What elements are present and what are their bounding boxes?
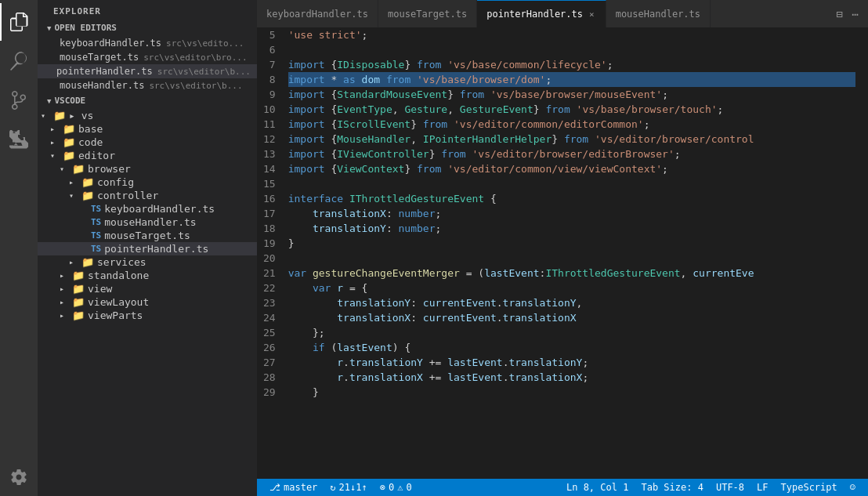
code-token: dom — [362, 74, 380, 85]
tree-folder-item[interactable]: ▸📁standalone — [38, 269, 257, 282]
ts-file-icon: TS — [91, 230, 101, 241]
code-token: , — [577, 297, 583, 309]
smiley-status[interactable]: ☺ — [844, 479, 862, 496]
position-status[interactable]: Ln 8, Col 1 — [560, 479, 635, 496]
tree-folder-item[interactable]: ▸📁viewLayout — [38, 295, 257, 309]
source-control-icon[interactable] — [0, 81, 38, 119]
vscode-label: VSCODE — [54, 96, 85, 106]
line-number: 15 — [263, 176, 276, 191]
encoding-text: UTF-8 — [716, 482, 744, 493]
code-token: += — [423, 371, 447, 383]
tree-folder-item[interactable]: ▸📁view — [38, 282, 257, 295]
tree-item-label: config — [97, 176, 134, 188]
code-token: translationY — [349, 357, 423, 368]
tab-bar: keyboardHandler.tsmouseTarget.tspointerH… — [257, 0, 868, 27]
code-container[interactable]: 5678910111213141516171819202122232425262… — [257, 27, 868, 479]
sync-status[interactable]: ↻ 21↓1↑ — [324, 479, 373, 496]
code-token: from — [564, 133, 588, 145]
code-token — [441, 59, 447, 71]
code-token: . — [497, 297, 503, 309]
tree-folder-item[interactable]: ▸📁code — [38, 136, 257, 149]
open-editor-item[interactable]: pointerHandler.tssrc\vs\editor\b... — [38, 64, 257, 78]
tree-item-label: controller — [97, 190, 158, 201]
tree-file-item[interactable]: TSpointerHandler.ts — [38, 242, 257, 255]
tree-item-label: browser — [88, 163, 131, 175]
open-editor-item[interactable]: keyboardHandler.tssrc\vs\edito... — [38, 36, 257, 50]
line-number: 21 — [263, 266, 276, 281]
tree-folder-item[interactable]: ▾📁editor — [38, 149, 257, 162]
tree-file-item[interactable]: TSmouseTarget.ts — [38, 229, 257, 242]
tab-keyboardHandler[interactable]: keyboardHandler.ts — [257, 0, 378, 27]
extensions-icon[interactable] — [0, 121, 38, 158]
code-line: import {ViewContext} from 'vs/editor/com… — [288, 161, 855, 176]
tab-mouseTarget[interactable]: mouseTarget.ts — [378, 0, 477, 27]
code-token: translationY — [503, 297, 577, 309]
tree-folder-item[interactable]: ▸📁base — [38, 122, 257, 136]
tree-folder-item[interactable]: ▸📁viewParts — [38, 309, 257, 322]
tree-item-label: base — [78, 123, 103, 135]
folder-icon: 📁 — [72, 283, 85, 295]
language-status[interactable]: TypeScript — [775, 479, 844, 496]
vscode-section[interactable]: ▼ VSCODE — [38, 92, 257, 109]
tab-pointerHandler[interactable]: pointerHandler.ts× — [477, 0, 606, 27]
code-token: from — [417, 163, 441, 175]
tab-label-keyboardHandler: keyboardHandler.ts — [266, 9, 368, 20]
tree-folder-item[interactable]: ▾📁browser — [38, 162, 257, 176]
code-token: r — [337, 282, 343, 294]
code-token — [288, 297, 338, 309]
tree-folder-item[interactable]: ▾📁▸ vs — [38, 109, 257, 122]
encoding-status[interactable]: UTF-8 — [710, 479, 750, 496]
search-icon[interactable] — [0, 42, 38, 80]
more-actions-icon[interactable]: ⋯ — [849, 6, 862, 22]
open-editors-arrow: ▼ — [47, 24, 51, 32]
open-editor-item[interactable]: mouseHandler.tssrc\vs\editor\b... — [38, 78, 257, 92]
split-editor-icon[interactable]: ⊟ — [833, 6, 845, 22]
tab-label-mouseHandler: mouseHandler.ts — [616, 9, 700, 20]
code-token: } — [404, 163, 417, 175]
code-token: translationX — [337, 312, 410, 324]
tab-mouseHandler[interactable]: mouseHandler.ts — [606, 0, 711, 27]
code-line: var gestureChangeEventMerger = (lastEven… — [288, 266, 855, 281]
line-ending-status[interactable]: LF — [750, 479, 774, 496]
code-token: MouseHandler — [337, 133, 410, 145]
branch-status[interactable]: ⎇ master — [263, 479, 324, 496]
tree-file-item[interactable]: TSkeyboardHandler.ts — [38, 202, 257, 215]
open-editor-item[interactable]: mouseTarget.tssrc\vs\editor\bro... — [38, 50, 257, 64]
code-token: } — [447, 89, 460, 100]
code-line — [288, 176, 855, 191]
settings-icon[interactable] — [0, 458, 38, 496]
code-token: } — [429, 148, 442, 160]
tab-close-pointerHandler[interactable]: × — [588, 9, 596, 20]
code-line: 'use strict'; — [288, 27, 855, 42]
open-editor-filename: mouseTarget.ts — [60, 52, 139, 63]
error-icon: ⊗ — [380, 482, 385, 493]
code-token: 'vs/editor/browser/editorBrowser' — [472, 148, 674, 160]
tree-folder-item[interactable]: ▸📁config — [38, 176, 257, 189]
code-token: currentEvent — [423, 297, 497, 309]
code-token: , — [447, 103, 460, 115]
open-editor-filepath: src\vs\editor\bro... — [143, 52, 247, 63]
code-token: import — [288, 59, 325, 71]
tab-size-status[interactable]: Tab Size: 4 — [635, 479, 709, 496]
folder-arrow: ▾ — [50, 151, 63, 160]
error-status[interactable]: ⊗ 0 ⚠ 0 — [374, 479, 418, 496]
code-line: import {IDisposable} from 'vs/base/commo… — [288, 57, 855, 72]
tree-file-item[interactable]: TSmouseHandler.ts — [38, 215, 257, 229]
code-token: 'vs/editor/browser/control — [595, 133, 754, 145]
open-editor-filepath: src\vs\edito... — [166, 38, 244, 49]
code-line: translationY: currentEvent.translationY, — [288, 295, 855, 310]
tree-folder-item[interactable]: ▾📁controller — [38, 189, 257, 202]
open-editors-section[interactable]: ▼ OPEN EDITORS — [38, 20, 257, 36]
code-token — [288, 342, 313, 353]
open-editor-filename: keyboardHandler.ts — [60, 38, 161, 49]
explorer-icon[interactable] — [0, 3, 38, 41]
code-token: ; — [436, 223, 442, 234]
code-token: r — [337, 371, 343, 383]
tree-folder-item[interactable]: ▸📁services — [38, 255, 257, 269]
language-text: TypeScript — [781, 482, 837, 493]
code-line — [288, 251, 855, 266]
code-content: 'use strict'; import {IDisposable} from … — [288, 27, 868, 479]
code-token: ; — [662, 163, 668, 175]
sidebar: EXPLORER ▼ OPEN EDITORS keyboardHandler.… — [38, 0, 257, 496]
code-token: translationY — [508, 357, 582, 368]
